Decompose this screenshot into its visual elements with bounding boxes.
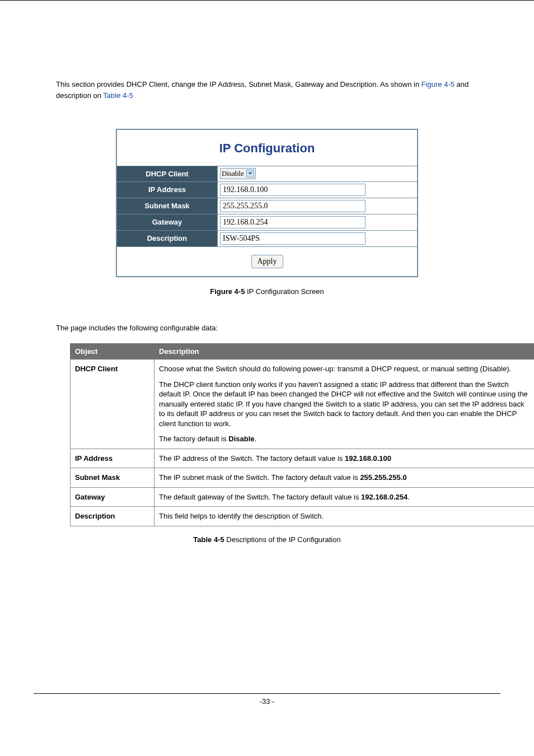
page: 4.2.3 IP Configuration This section prov… <box>0 0 534 717</box>
desc-dhcp: Choose what the Switch should do followi… <box>154 360 535 449</box>
row-dhcp: DHCP Client Disable <box>117 166 417 182</box>
row-mask: Subnet Mask <box>117 198 417 214</box>
row-gateway: Gateway <box>117 214 417 231</box>
label-gateway: Gateway <box>117 214 218 230</box>
table-caption-bold: Table 4-5 <box>193 535 224 544</box>
figure-caption-bold: Figure 4-5 <box>210 287 245 296</box>
ip-config-panel: IP Configuration DHCP Client Disable IP … <box>116 129 418 277</box>
label-description: Description <box>117 231 218 246</box>
panel-title: IP Configuration <box>117 130 417 166</box>
obj-mask: Subnet Mask <box>71 468 154 488</box>
table-row: IP Address The IP address of the Switch.… <box>71 449 535 468</box>
subnet-mask-input[interactable] <box>220 200 366 212</box>
intro-text: This section provides DHCP Client, chang… <box>56 80 421 88</box>
figure-caption-rest: IP Configuration Screen <box>245 287 324 296</box>
th-object: Object <box>71 344 154 360</box>
desc-description: This field helps to identify the descrip… <box>154 507 535 526</box>
obj-ip: IP Address <box>71 449 154 468</box>
th-description: Description <box>154 344 535 360</box>
row-description: Description <box>117 231 417 247</box>
dhcp-client-select[interactable]: Disable <box>220 168 256 179</box>
description-input[interactable] <box>220 232 366 245</box>
apply-row: Apply <box>117 247 417 276</box>
apply-button[interactable]: Apply <box>251 255 283 268</box>
desc-gateway: The default gateway of the Switch. The f… <box>154 487 535 507</box>
desc-ip: The IP address of the Switch. The factor… <box>154 449 535 468</box>
obj-description: Description <box>71 507 154 526</box>
ip-config-figure: IP Configuration DHCP Client Disable IP … <box>116 129 418 296</box>
figure-link[interactable]: Figure 4-5 <box>421 80 455 88</box>
table-caption: Table 4-5 Descriptions of the IP Configu… <box>34 535 500 544</box>
obj-dhcp: DHCP Client <box>71 360 154 449</box>
row-ip: IP Address <box>117 182 417 198</box>
table-row: Description This field helps to identify… <box>71 507 535 526</box>
page-footer: -33 - <box>0 693 534 706</box>
label-dhcp-client: DHCP Client <box>117 166 218 181</box>
table-row: Subnet Mask The IP subnet mask of the Sw… <box>71 468 535 488</box>
label-subnet-mask: Subnet Mask <box>117 198 218 214</box>
ip-address-input[interactable] <box>220 184 366 196</box>
table-row: DHCP Client Choose what the Switch shoul… <box>71 360 535 449</box>
intro-paragraph: 4.2.3 IP Configuration This section prov… <box>34 29 500 101</box>
config-para: The page includes the following configur… <box>34 296 500 338</box>
page-number: -33 - <box>260 697 275 706</box>
obj-gateway: Gateway <box>71 487 154 507</box>
dhcp-client-value: Disable <box>222 169 244 178</box>
figure-caption: Figure 4-5 IP Configuration Screen <box>116 287 418 296</box>
desc-mask: The IP subnet mask of the Switch. The fa… <box>154 468 535 488</box>
description-table: Object Description DHCP Client Choose wh… <box>70 343 534 526</box>
table-caption-rest: Descriptions of the IP Configuration <box>224 535 341 544</box>
gateway-input[interactable] <box>220 216 366 228</box>
table-link[interactable]: Table 4-5 <box>103 91 133 100</box>
table-row: Gateway The default gateway of the Switc… <box>71 487 535 507</box>
chevron-down-icon <box>246 170 254 178</box>
label-ip-address: IP Address <box>117 182 218 198</box>
